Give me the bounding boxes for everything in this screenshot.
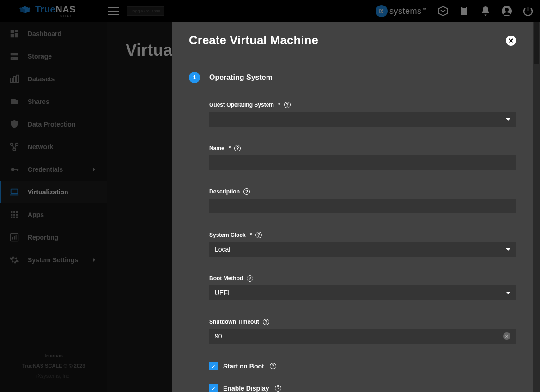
shutdown-timeout-input[interactable]: ✕ [209,329,516,344]
field-label: Description [209,188,240,195]
close-button[interactable] [506,36,516,46]
field-label: Name [209,145,224,151]
checkbox[interactable]: ✓ [209,384,218,392]
checkbox[interactable]: ✓ [209,362,218,370]
panel-body[interactable]: 1 Operating System Guest Operating Syste… [172,56,533,392]
boot-method-select[interactable]: UEFI [209,285,516,300]
form: Guest Operating System * ? Name * ? [209,102,516,392]
field-label: System Clock [209,232,246,238]
help-icon[interactable]: ? [284,102,291,108]
checkbox-label: Enable Display [223,385,269,392]
name-input-field[interactable] [215,155,510,170]
description-input-field[interactable] [215,199,510,213]
field-shutdown-timeout: Shutdown Timeout ? ✕ [209,319,516,344]
checkbox-enable-display[interactable]: ✓ Enable Display ? [209,384,516,392]
help-icon[interactable]: ? [270,363,276,369]
checkbox-label: Start on Boot [223,362,264,370]
help-icon[interactable]: ? [275,385,281,392]
scrollbar-thumb[interactable] [534,22,539,64]
help-icon[interactable]: ? [255,232,262,238]
chevron-down-icon [506,248,510,251]
step-title: Operating System [209,73,273,82]
field-label: Guest Operating System [209,102,274,108]
name-input[interactable] [209,155,516,170]
step-header: 1 Operating System [189,72,516,83]
help-icon[interactable]: ? [263,319,269,325]
field-name: Name * ? [209,145,516,170]
help-icon[interactable]: ? [243,188,250,195]
description-input[interactable] [209,199,516,213]
field-system-clock: System Clock * ? Local [209,232,516,257]
select-value: Local [215,246,230,253]
field-label: Shutdown Timeout [209,319,259,325]
step-number-badge: 1 [189,72,200,83]
field-label: Boot Method [209,275,243,282]
chevron-down-icon [506,292,510,294]
chevron-down-icon [506,118,510,121]
checkbox-start-on-boot[interactable]: ✓ Start on Boot ? [209,362,516,370]
shutdown-timeout-field[interactable] [215,329,503,344]
select-value: UEFI [215,289,230,296]
scrollbar[interactable] [533,22,540,392]
create-vm-panel: Create Virtual Machine 1 Operating Syste… [172,22,533,392]
close-icon [509,38,513,43]
field-description: Description ? [209,188,516,213]
field-boot-method: Boot Method ? UEFI [209,275,516,300]
guest-os-select[interactable] [209,112,516,127]
clear-icon[interactable]: ✕ [503,332,510,340]
system-clock-select[interactable]: Local [209,242,516,257]
panel-title: Create Virtual Machine [189,33,318,48]
field-guest-os: Guest Operating System * ? [209,102,516,127]
help-icon[interactable]: ? [234,145,241,151]
help-icon[interactable]: ? [247,275,253,282]
panel-header: Create Virtual Machine [172,22,533,56]
